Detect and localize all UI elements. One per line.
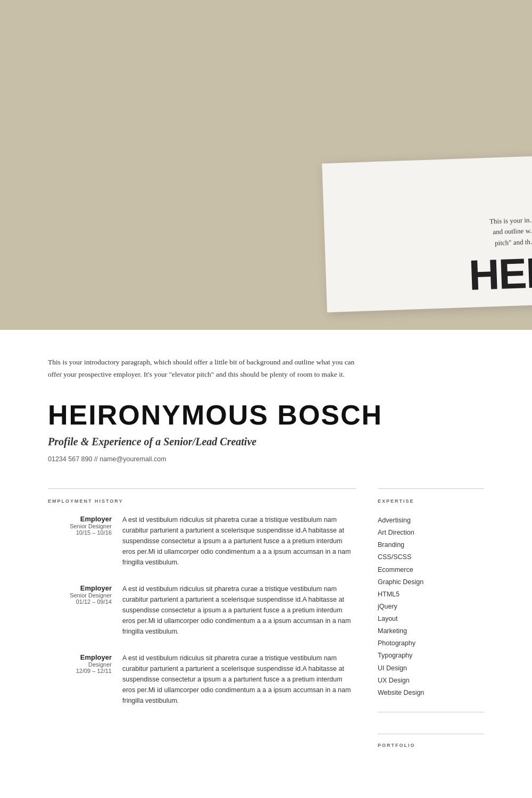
name-heading: HEIRONYMOUS BOSCH bbox=[48, 400, 484, 430]
contact-info: 01234 567 890 // name@youremail.com bbox=[48, 455, 484, 463]
employment-column: EMPLOYMENT HISTORY Employer Senior Desig… bbox=[48, 488, 356, 722]
expertise-item-branding: Branding bbox=[378, 539, 484, 551]
expertise-bottom-divider bbox=[378, 712, 484, 712]
employment-divider bbox=[48, 488, 356, 489]
entry-role-3: Designer bbox=[48, 661, 112, 668]
employment-entry-1: Employer Senior Designer 10/15 – 10/16 A… bbox=[48, 514, 356, 568]
two-column-layout: EMPLOYMENT HISTORY Employer Senior Desig… bbox=[48, 488, 484, 759]
hero-card: This is your in... and outline w... pitc… bbox=[322, 156, 532, 312]
expertise-item-typography: Typography bbox=[378, 650, 484, 662]
expertise-item-photography: Photography bbox=[378, 637, 484, 650]
intro-paragraph: This is your introductory paragraph, whi… bbox=[48, 356, 356, 381]
entry-description-1: A est id vestibulum ridiculus sit pharet… bbox=[122, 514, 356, 568]
expertise-item-advertising: Advertising bbox=[378, 514, 484, 527]
expertise-item-website-design: Website Design bbox=[378, 687, 484, 699]
expertise-item-jquery: jQuery bbox=[378, 601, 484, 613]
expertise-item-marketing: Marketing bbox=[378, 625, 484, 637]
entry-role-2: Senior Designer bbox=[48, 592, 112, 598]
employment-entry-3: Employer Designer 12/09 – 12/11 A est id… bbox=[48, 653, 356, 706]
expertise-item-ecommerce: Ecommerce bbox=[378, 564, 484, 576]
main-content: This is your introductory paragraph, whi… bbox=[0, 330, 532, 791]
expertise-item-html5: HTML5 bbox=[378, 588, 484, 601]
entry-description-3: A est id vestibulum ridiculus sit pharet… bbox=[122, 653, 356, 706]
entry-dates-1: 10/15 – 10/16 bbox=[48, 529, 112, 536]
hero-card-text: This is your in... and outline w... pitc… bbox=[337, 214, 532, 254]
entry-description-2: A est id vestibulum ridiculus sit pharet… bbox=[122, 584, 356, 637]
expertise-section-label: EXPERTISE bbox=[378, 498, 484, 504]
portfolio-section: PORTFOLIO bbox=[378, 734, 484, 748]
entry-employer-1: Employer bbox=[48, 515, 112, 523]
employment-entry-2: Employer Senior Designer 01/12 – 09/14 A… bbox=[48, 584, 356, 637]
employment-section-label: EMPLOYMENT HISTORY bbox=[48, 498, 356, 504]
entry-meta-2: Employer Senior Designer 01/12 – 09/14 bbox=[48, 584, 112, 637]
hero-section: This is your in... and outline w... pitc… bbox=[0, 0, 532, 330]
expertise-divider bbox=[378, 488, 484, 489]
expertise-item-css: CSS/SCSS bbox=[378, 551, 484, 563]
expertise-item-layout: Layout bbox=[378, 613, 484, 625]
expertise-list: Advertising Art Direction Branding CSS/S… bbox=[378, 514, 484, 699]
entry-dates-2: 01/12 – 09/14 bbox=[48, 598, 112, 605]
entry-meta-1: Employer Senior Designer 10/15 – 10/16 bbox=[48, 514, 112, 568]
hero-card-big-text: HEI bbox=[338, 252, 532, 301]
entry-meta-3: Employer Designer 12/09 – 12/11 bbox=[48, 653, 112, 706]
expertise-item-ux-design: UX Design bbox=[378, 675, 484, 687]
portfolio-label: PORTFOLIO bbox=[378, 743, 484, 748]
entry-role-1: Senior Designer bbox=[48, 523, 112, 529]
profile-subtitle: Profile & Experience of a Senior/Lead Cr… bbox=[48, 436, 484, 448]
entry-employer-2: Employer bbox=[48, 584, 112, 592]
entry-employer-3: Employer bbox=[48, 653, 112, 661]
entry-dates-3: 12/09 – 12/11 bbox=[48, 668, 112, 674]
expertise-item-art-direction: Art Direction bbox=[378, 527, 484, 539]
expertise-column: EXPERTISE Advertising Art Direction Bran… bbox=[378, 488, 484, 759]
expertise-item-graphic-design: Graphic Design bbox=[378, 576, 484, 588]
expertise-item-ui-design: UI Design bbox=[378, 662, 484, 675]
